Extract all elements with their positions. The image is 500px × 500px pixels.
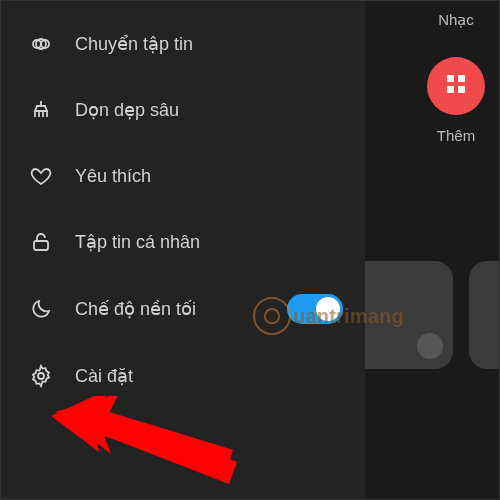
svg-rect-3 [458, 86, 465, 93]
bg-category-stack: Nhạc Thêm [427, 11, 485, 144]
music-category-label: Nhạc [438, 11, 474, 29]
link-icon [27, 30, 55, 58]
grid-icon [444, 72, 468, 100]
menu-item-label: Cài đặt [75, 365, 343, 387]
svg-rect-1 [458, 75, 465, 82]
moon-icon [27, 295, 55, 323]
dark-mode-toggle[interactable] [287, 294, 343, 324]
bg-file-cards [343, 261, 499, 369]
svg-rect-2 [447, 86, 454, 93]
menu-transfer-files[interactable]: Chuyển tập tin [1, 11, 365, 77]
card-badge [417, 333, 443, 359]
menu-deep-clean[interactable]: Dọn dẹp sâu [1, 77, 365, 143]
svg-point-7 [38, 373, 44, 379]
menu-settings[interactable]: Cài đặt [1, 343, 365, 409]
menu-favorites[interactable]: Yêu thích [1, 143, 365, 209]
svg-rect-6 [34, 241, 48, 250]
svg-rect-0 [447, 75, 454, 82]
heart-icon [27, 162, 55, 190]
menu-item-label: Tập tin cá nhân [75, 231, 343, 253]
file-card[interactable] [469, 261, 500, 369]
more-category-label: Thêm [437, 127, 475, 144]
menu-dark-mode[interactable]: Chế độ nền tối [1, 275, 365, 343]
broom-icon [27, 96, 55, 124]
menu-item-label: Chế độ nền tối [75, 298, 267, 320]
lock-icon [27, 228, 55, 256]
menu-item-label: Chuyển tập tin [75, 33, 343, 55]
menu-item-label: Dọn dẹp sâu [75, 99, 343, 121]
toggle-knob [316, 297, 340, 321]
gear-icon [27, 362, 55, 390]
more-category-button[interactable] [427, 57, 485, 115]
menu-private-files[interactable]: Tập tin cá nhân [1, 209, 365, 275]
side-drawer: Chuyển tập tin Dọn dẹp sâu Yêu thích Tập… [1, 1, 365, 499]
menu-item-label: Yêu thích [75, 166, 343, 187]
